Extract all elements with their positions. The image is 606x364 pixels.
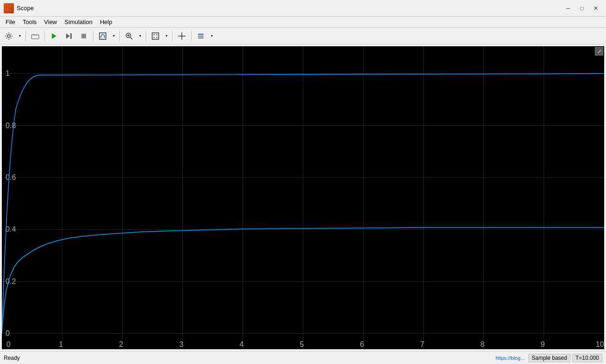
separator-4	[119, 31, 120, 41]
svg-text:0.4: 0.4	[6, 225, 16, 233]
toolbar: ▾ ▾	[0, 28, 606, 44]
svg-text:0: 0	[6, 329, 10, 337]
menu-file[interactable]: File	[2, 18, 19, 26]
step-button[interactable]	[62, 30, 76, 43]
svg-marker-6	[66, 33, 70, 39]
svg-point-2	[7, 35, 10, 37]
autoscale-button[interactable]	[96, 30, 110, 43]
menu-bar: File Tools View Simulation Help	[0, 17, 606, 28]
svg-text:0.8: 0.8	[6, 121, 16, 130]
zoom-dropdown[interactable]: ▾	[137, 30, 143, 43]
svg-rect-8	[81, 34, 86, 38]
separator-6	[172, 31, 173, 41]
menu-simulation[interactable]: Simulation	[61, 18, 96, 26]
run-button[interactable]	[47, 30, 61, 43]
window-controls: ─ □ ✕	[562, 3, 602, 14]
svg-text:0.6: 0.6	[6, 173, 16, 181]
svg-line-11	[130, 37, 132, 39]
settings-dropdown[interactable]: ▾	[17, 30, 23, 43]
settings-button[interactable]	[2, 30, 16, 43]
svg-text:5: 5	[300, 340, 304, 348]
zoom-button[interactable]	[122, 30, 136, 43]
status-bar: Ready https://blog... Sample based T=10.…	[0, 351, 606, 364]
separator-5	[146, 31, 146, 41]
autoscale-dropdown[interactable]: ▾	[111, 30, 117, 43]
svg-marker-1	[9, 6, 12, 11]
svg-text:9: 9	[541, 340, 545, 348]
svg-marker-5	[52, 33, 56, 39]
maximize-button[interactable]: □	[575, 3, 588, 14]
svg-text:10: 10	[596, 340, 604, 348]
svg-text:4: 4	[240, 340, 244, 348]
status-ready: Ready	[4, 355, 495, 361]
svg-text:0: 0	[6, 340, 11, 348]
svg-text:0.2: 0.2	[6, 277, 16, 285]
fit-dropdown[interactable]: ▾	[163, 30, 170, 43]
svg-rect-4	[31, 35, 39, 39]
separator-2	[44, 31, 45, 41]
svg-text:3: 3	[179, 340, 184, 348]
svg-text:7: 7	[420, 340, 424, 348]
status-url: https://blog...	[495, 355, 525, 361]
status-sample-based: Sample based	[528, 354, 570, 362]
menu-help[interactable]: Help	[96, 18, 116, 26]
matlab-logo	[4, 3, 14, 13]
separator-3	[93, 31, 93, 41]
style-dropdown[interactable]: ▾	[209, 30, 215, 43]
stop-button[interactable]	[77, 30, 91, 43]
svg-text:6: 6	[360, 340, 364, 348]
window-title: Scope	[17, 5, 562, 12]
plot-container: 1 0.8 0.6 0.4 0.2 0 0 1 2 3 4 5 6 7 8 9 …	[0, 44, 606, 351]
fit-button[interactable]	[148, 30, 162, 43]
scope-svg: 1 0.8 0.6 0.4 0.2 0 0 1 2 3 4 5 6 7 8 9 …	[2, 46, 604, 349]
scope-area: 1 0.8 0.6 0.4 0.2 0 0 1 2 3 4 5 6 7 8 9 …	[2, 46, 604, 349]
separator-7	[191, 31, 192, 41]
minimize-button[interactable]: ─	[562, 3, 575, 14]
svg-rect-7	[70, 33, 72, 39]
cursor-button[interactable]	[175, 30, 189, 43]
svg-text:2: 2	[119, 340, 123, 348]
svg-text:1: 1	[59, 340, 63, 348]
close-button[interactable]: ✕	[589, 3, 602, 14]
svg-rect-14	[152, 33, 159, 39]
svg-text:8: 8	[481, 340, 485, 348]
plot-maximize-button[interactable]	[595, 47, 603, 56]
open-button[interactable]	[28, 30, 42, 43]
svg-text:1: 1	[6, 69, 10, 77]
status-time: T=10.000	[572, 354, 602, 362]
separator-1	[25, 31, 26, 41]
style-button[interactable]	[194, 30, 208, 43]
menu-view[interactable]: View	[40, 18, 61, 26]
menu-tools[interactable]: Tools	[19, 18, 40, 26]
title-bar: Scope ─ □ ✕	[0, 0, 606, 17]
